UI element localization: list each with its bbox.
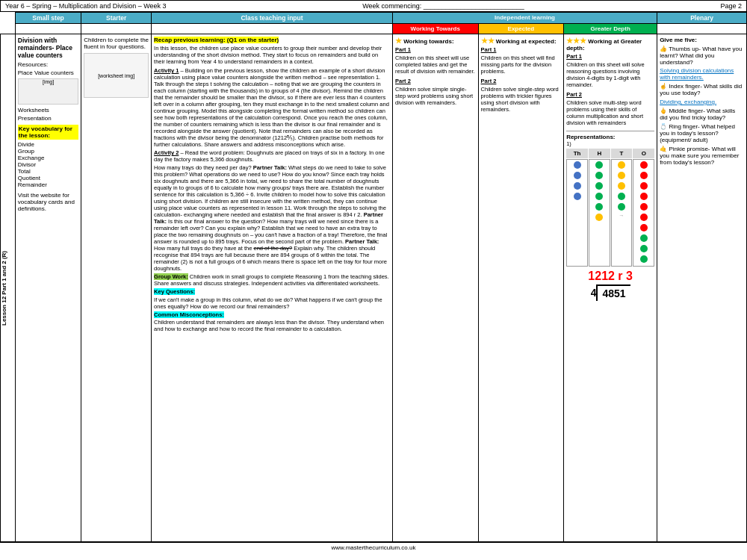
col-exp: Expected [478, 24, 564, 34]
exp-p2-label: Part 2 [481, 78, 562, 84]
exp-p2-text: Children solve single-step word problems… [481, 86, 562, 113]
exp-cell: ★★ Working at expected: Part 1 Children … [478, 34, 564, 542]
act1-text: – Building on the previous lesson, show … [154, 67, 389, 148]
t-cell: → [611, 159, 633, 267]
circle-b3 [574, 182, 581, 190]
act2-text: – Read the word problem: Doughnuts are p… [154, 149, 385, 163]
circle-ty2 [618, 172, 625, 179]
circle-g1 [595, 161, 603, 169]
gd-star: ★★★ [566, 37, 586, 45]
o-header: O [633, 149, 654, 158]
key-questions: Key Questions: [154, 288, 390, 295]
th-header: Th [566, 149, 588, 158]
exp-star: ★★ [481, 37, 495, 45]
gd-p2-label: Part 2 [566, 91, 654, 98]
kq-label: Key Questions: [154, 288, 195, 295]
arrow-indicator: → [613, 213, 631, 218]
resource-1: Place Value counters [18, 69, 79, 76]
thumbs-text: Thumbs up- What have you learnt? What di… [660, 46, 742, 66]
circle-r4 [640, 193, 648, 200]
pt3-text: How many full trays do they have at the [154, 245, 253, 252]
index-text: Index finger- What skills did you use to… [660, 83, 742, 96]
division-result: 1212 r 3 [566, 270, 654, 283]
vocab-remainder: Remainder [18, 181, 79, 188]
thumbs-up-item: 👍 Thumbs up- What have you learnt? What … [660, 46, 744, 66]
gd-cell: ★★★ Working at Greater depth: Part 1 Chi… [564, 34, 657, 542]
divisor-num: 4 [591, 287, 597, 299]
ring-item: 💍 Ring finger- What helped you in today'… [660, 123, 744, 143]
vocab-group: Group [18, 148, 79, 155]
thumbs-icon: 👍 [660, 46, 667, 52]
kq-text: If we can't make a group in this column,… [154, 296, 390, 310]
sub-starter [81, 24, 152, 34]
sub-teaching [152, 24, 393, 34]
header-center: Week commencing: _______________________… [362, 2, 524, 10]
col-independent: Independent learning [392, 13, 657, 24]
act2-label: Activity 2 [154, 149, 179, 156]
starter-cell: Children to complete the fluent in four … [81, 34, 152, 542]
circle-b4 [574, 193, 581, 200]
lesson-label-cell: Lesson 12 Part 1 and 2 (R) [1, 34, 16, 542]
index-icon: ☝ [660, 83, 667, 90]
gd-label: ★★★ Working at Greater depth: [566, 37, 654, 52]
solving-link: Solving division calculations with remai… [660, 67, 744, 81]
circle-r2 [640, 172, 648, 179]
gd-p2-text: Children solve multi-step word problems … [566, 99, 654, 126]
rep-1-label: 1) [566, 140, 654, 147]
resource-worksheets: Worksheets [18, 107, 79, 113]
page-wrapper: Year 6 – Spring – Multiplication and Div… [0, 0, 747, 560]
group-work: Group Work: Children work in small group… [154, 273, 390, 287]
col-teaching: Class teaching input [152, 13, 393, 24]
middle-text: Middle finger- What skills did you find … [660, 108, 735, 121]
pinkie-icon: 🤙 [660, 146, 667, 152]
main-table: Small step Starter Class teaching input … [0, 12, 747, 542]
resource-presentation: Presentation [18, 115, 79, 122]
vocab-divisor: Divisor [18, 161, 79, 168]
teaching-cell: Recap previous learning: (Q1 on the star… [152, 34, 393, 542]
footer: www.masterthecurriculum.co.uk [0, 542, 747, 553]
header-left: Year 6 – Spring – Multiplication and Div… [5, 2, 167, 10]
wt-p2-text: Children solve simple single-step word p… [395, 86, 476, 106]
wt-label: ★ Working towards: [395, 37, 476, 45]
mc-text: Children understand that remainders are … [154, 319, 390, 332]
teaching-intro: In this lesson, the children use place v… [154, 45, 390, 65]
circle-tg2 [618, 203, 625, 211]
small-step-cell: Division with remainders- Place value co… [15, 34, 81, 542]
plenary-cell: Give me five: 👍 Thumbs up- What have you… [657, 34, 747, 542]
key-vocab-label: Key vocabulary for the lesson: [18, 125, 79, 140]
header-right: Page 2 [720, 2, 742, 10]
circle-r5 [640, 203, 648, 211]
gd-p1-text: Children on this sheet will solve reason… [566, 61, 654, 88]
vocab-exchange: Exchange [18, 155, 79, 161]
pt3-label: Partner Talk: [345, 238, 379, 245]
col-starter: Starter [81, 13, 152, 24]
small-step-title: Division with remainders- Place value co… [18, 37, 79, 59]
misconceptions: Common Misconceptions: [154, 311, 390, 318]
counter-grid: Th H T O [566, 149, 654, 267]
lesson-label: Lesson 12 Part 1 and 2 (R) [1, 214, 14, 363]
circle-g4 [595, 193, 603, 200]
circle-r7 [640, 224, 648, 231]
division-answer: 1212 r 3 [566, 270, 654, 283]
gw-text: Children work in small groups to complet… [154, 273, 389, 287]
vocab-quotient: Quotient [18, 175, 79, 181]
col-plenary: Plenary [657, 13, 747, 24]
dividend-num: 4851 [596, 284, 630, 301]
pinkie-text: Pinkie promise- What will you make sure … [660, 146, 739, 166]
middle-item: 🖕 Middle finger- What skills did you fin… [660, 108, 744, 121]
long-division-display: 4 4851 [566, 284, 654, 301]
ring-icon: 💍 [660, 123, 667, 130]
sub-plenary [657, 24, 747, 34]
th-cell [566, 159, 588, 267]
pt1-label: Partner Talk: [253, 164, 287, 171]
wt-p1-text: Children on this sheet will use complete… [395, 55, 476, 75]
wt-star: ★ [395, 37, 402, 45]
lesson-label-header [1, 13, 16, 24]
resource-image: [img] [18, 78, 79, 105]
recap-label: Recap previous learning: (Q1 on the star… [154, 37, 390, 43]
circle-og3 [640, 255, 648, 263]
col-wt: Working Towards [392, 24, 478, 34]
circle-r6 [640, 214, 648, 221]
circle-og2 [640, 245, 648, 252]
strikethrough: end of the day? [253, 245, 292, 252]
